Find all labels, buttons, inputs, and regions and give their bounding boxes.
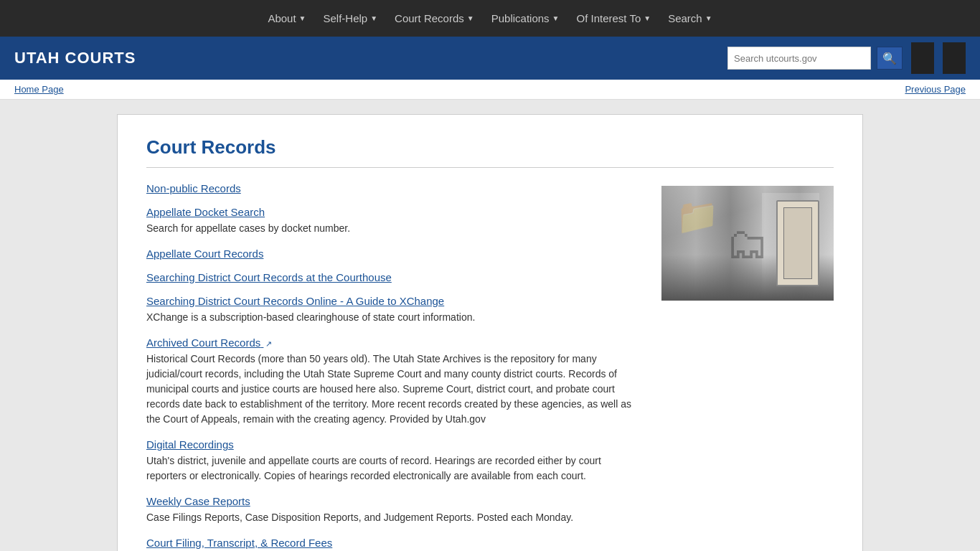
previous-page-link[interactable]: Previous Page [905, 84, 966, 95]
weekly-desc: Case Filings Reports, Case Disposition R… [146, 510, 640, 525]
nav-of-interest[interactable]: Of Interest To ▼ [577, 12, 651, 24]
weekly-link[interactable]: Weekly Case Reports [146, 495, 640, 507]
title-divider [146, 167, 834, 168]
searching-district-link[interactable]: Searching District Court Records at the … [146, 271, 640, 283]
main-content: Court Records Non-public Records Appella… [117, 114, 863, 551]
search-icon: 🔍 [882, 52, 897, 65]
top-navigation: About ▼ Self-Help ▼ Court Records ▼ Publ… [0, 0, 980, 37]
publications-arrow: ▼ [552, 14, 560, 22]
self-help-arrow: ▼ [370, 14, 377, 22]
nav-publications[interactable]: Publications ▼ [491, 12, 560, 24]
header-right: 🔍 [727, 42, 966, 74]
archived-desc: Historical Court Records (more than 50 y… [146, 352, 640, 427]
record-section-archived: Archived Court Records ↗ Historical Cour… [146, 336, 640, 427]
search-input[interactable] [727, 47, 871, 70]
site-logo: UTAH COURTS [14, 49, 136, 67]
record-section-digital: Digital Recordings Utah's district, juve… [146, 438, 640, 484]
home-page-link[interactable]: Home Page [14, 84, 64, 95]
about-arrow: ▼ [299, 14, 306, 22]
record-section-non-public: Non-public Records [146, 182, 640, 194]
searching-online-desc: XChange is a subscription-based clearing… [146, 310, 640, 325]
searching-online-link[interactable]: Searching District Court Records Online … [146, 295, 640, 307]
appellate-court-link[interactable]: Appellate Court Records [146, 248, 640, 260]
fees-link[interactable]: Court Filing, Transcript, & Record Fees [146, 537, 640, 549]
record-section-appellate-court: Appellate Court Records [146, 248, 640, 260]
archived-link[interactable]: Archived Court Records ↗ [146, 336, 640, 349]
non-public-link[interactable]: Non-public Records [146, 182, 640, 194]
of-interest-arrow: ▼ [644, 14, 651, 22]
image-placeholder: 📁 [661, 186, 834, 301]
header-icon-2[interactable] [943, 42, 966, 74]
page-title: Court Records [146, 136, 834, 159]
content-layout: Non-public Records Appellate Docket Sear… [146, 182, 834, 551]
nav-search[interactable]: Search ▼ [668, 12, 712, 24]
search-button[interactable]: 🔍 [877, 47, 903, 70]
breadcrumb-bar: Home Page Previous Page [0, 80, 980, 100]
appellate-docket-desc: Search for appellate cases by docket num… [146, 221, 640, 236]
digital-link[interactable]: Digital Recordings [146, 438, 640, 451]
external-link-icon: ↗ [265, 339, 272, 349]
record-section-fees: Court Filing, Transcript, & Record Fees [146, 537, 640, 549]
nav-court-records[interactable]: Court Records ▼ [395, 12, 474, 24]
digital-desc: Utah's district, juvenile and appellate … [146, 453, 640, 484]
content-left: Non-public Records Appellate Docket Sear… [146, 182, 640, 551]
header-icon-1[interactable] [911, 42, 934, 74]
record-section-searching-district: Searching District Court Records at the … [146, 271, 640, 283]
site-header: UTAH COURTS 🔍 [0, 37, 980, 80]
appellate-docket-link[interactable]: Appellate Docket Search [146, 206, 640, 218]
record-section-weekly: Weekly Case Reports Case Filings Reports… [146, 495, 640, 525]
court-records-arrow: ▼ [467, 14, 474, 22]
search-arrow: ▼ [705, 14, 712, 22]
record-section-searching-online: Searching District Court Records Online … [146, 295, 640, 325]
nav-self-help[interactable]: Self-Help ▼ [323, 12, 377, 24]
court-records-image: 📁 [661, 186, 834, 551]
record-section-appellate-docket: Appellate Docket Search Search for appel… [146, 206, 640, 236]
nav-about[interactable]: About ▼ [268, 12, 306, 24]
